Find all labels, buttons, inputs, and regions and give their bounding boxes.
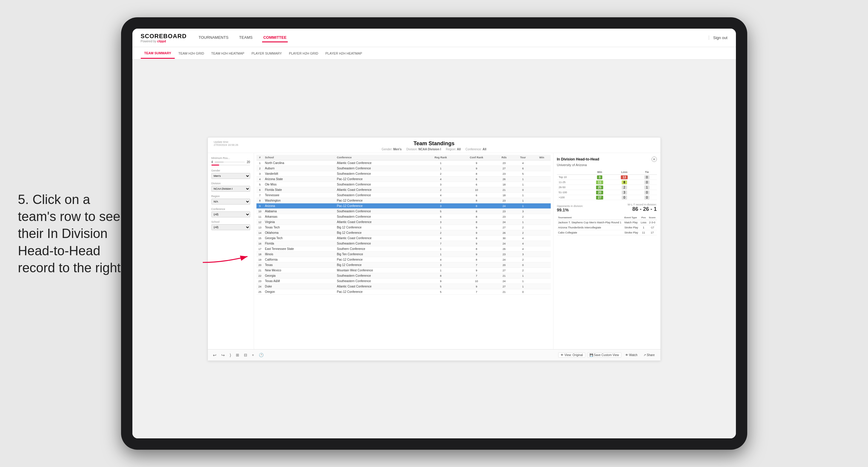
filter-region-label: Region [211,195,250,198]
copy-btn[interactable]: ⊞ [235,352,241,358]
filter-gender: Gender Men's [211,169,250,179]
h2h-team-name: University of Arizona [557,163,657,167]
table-row[interactable]: 6 Florida State Atlantic Coast Conferenc… [256,187,551,193]
region-select[interactable]: N/A [211,198,250,205]
wl-record: 86 - 26 - 1 [628,206,657,212]
table-header-row: # School Conference Reg Rank Conf Rank R… [256,155,551,160]
table-row[interactable]: 10 Alabama Southeastern Conference 5 8 2… [256,209,551,214]
update-time-section: Update time: 27/03/2024 16:56:26 [214,141,250,147]
tablet-screen: SCOREBOARD Powered by clippd TOURNAMENTS… [132,29,736,438]
table-row[interactable]: 8 Washington Pac-12 Conference 2 8 23 1 [256,198,551,204]
division-select[interactable]: NCAA Division I [211,186,250,192]
h2h-table: Win Loss Tie Top 10 3 [557,170,657,200]
subnav-player-h2h-grid[interactable]: PLAYER H2H GRID [285,49,322,58]
save-custom-btn[interactable]: 💾 Save Custom View [587,352,621,357]
standings-table: # School Conference Reg Rank Conf Rank R… [256,155,551,294]
table-row[interactable]: 14 Oklahoma Big 12 Conference 2 9 26 2 [256,230,551,236]
clock-btn[interactable]: 🕐 [257,352,265,358]
school-select[interactable]: (All) [211,224,250,230]
panel-header: Update time: 27/03/2024 16:56:26 Team St… [208,137,660,153]
arrow-indicator [200,248,253,266]
h2h-title: In Division Head-to-Head [557,157,599,161]
table-row[interactable]: 23 Texas A&M Southeastern Conference 9 1… [256,279,551,284]
share-btn[interactable]: ↗ Share [641,353,657,357]
tournament-row: Jackson T. Stephens Cup Men's Match-Play… [557,220,657,225]
update-time-label: Update time: [214,141,250,144]
filter-min-rounds-label: Minimum Rou... [211,157,250,160]
tournament-table: Tournament Event Type Pos Score Jackson … [557,215,657,235]
filter-region: Region N/A [211,195,250,205]
table-row[interactable]: 12 Virginia Atlantic Coast Conference 3 … [256,219,551,225]
opponents-stats: Opponents in division: 99.1% W-L-T recor… [557,203,657,212]
min-rounds-value: 4 [211,160,213,164]
nav-committee[interactable]: COMMITTEE [262,33,288,42]
table-row[interactable]: 2 Auburn Southeastern Conference 1 9 27 … [256,166,551,171]
h2h-row-26-50: 26-50 25 2 1 [557,185,657,190]
paste-btn[interactable]: ⊟ [242,352,249,358]
filter-gender-label: Gender [211,169,250,172]
table-row[interactable]: 24 Duke Atlantic Coast Conference 5 9 27… [256,284,551,289]
subnav-player-h2h-heatmap[interactable]: PLAYER H2H HEATMAP [322,49,366,58]
h2h-row-51-100: 51-100 20 3 0 [557,190,657,195]
add-btn[interactable]: + [250,352,256,358]
table-row[interactable]: 13 Texas Tech Big 12 Conference 1 9 27 2 [256,225,551,230]
tournament-row: Cabo Collegiate Stroke Play 11 17 [557,230,657,235]
table-row[interactable]: 5 Ole Miss Southeastern Conference 3 6 1… [256,182,551,187]
gender-select[interactable]: Men's [211,173,250,179]
conference-select[interactable]: (All) [211,212,250,217]
table-row[interactable]: 1 North Carolina Atlantic Coast Conferen… [256,160,551,166]
update-time-value: 27/03/2024 16:56:26 [214,144,250,147]
redo-btn[interactable]: ↪ [220,352,226,358]
panel-title: Team Standings [382,141,486,147]
dashboard-panel: Update time: 27/03/2024 16:56:26 Team St… [208,137,661,361]
tournament-row: Arizona Thunderbirds Intercollegiate Str… [557,225,657,230]
filter-min-rounds: Minimum Rou... 4 20 [211,157,250,165]
table-row[interactable]: 4 Arizona State Pac-12 Conference 4 6 26… [256,177,551,182]
undo-btn[interactable]: ↩ [211,352,218,358]
subnav-player-summary[interactable]: PLAYER SUMMARY [248,49,285,58]
main-content: Update time: 27/03/2024 16:56:26 Team St… [132,60,736,438]
table-row[interactable]: 17 East Tennessee State Southern Confere… [256,246,551,252]
logo-text: SCOREBOARD [141,33,187,40]
wl-label: W-L-T record in-division: [628,203,657,206]
filter-school: School (All) [211,220,250,230]
subnav-team-summary[interactable]: TEAM SUMMARY [141,48,175,59]
table-row[interactable]: 18 Illinois Big Ten Conference 1 9 23 3 [256,252,551,257]
table-row[interactable]: 7 Tennessee Southeastern Conference 4 6 … [256,193,551,198]
panel-title-section: Team Standings Gender: Men's Division: N… [382,141,486,151]
opponents-label: Opponents in division: [557,205,584,208]
bottom-toolbar: ↩ ↪ ⟩ ⊞ ⊟ + 🕐 👁 View: Original � [208,349,660,361]
subnav-team-h2h-grid[interactable]: TEAM H2H GRID [175,49,208,58]
table-row[interactable]: 15 Georgia Tech Atlantic Coast Conferenc… [256,236,551,241]
filter-school-label: School [211,220,250,223]
table-row[interactable]: 20 Texas Big 12 Conference 3 7 20 0 [256,262,551,268]
close-button[interactable]: ✕ [652,157,657,162]
tablet-frame: SCOREBOARD Powered by clippd TOURNAMENTS… [121,17,747,450]
filter-conference: Conference (All) [211,208,250,217]
table-row[interactable]: 9 Arizona Pac-12 Conference 3 8 24 1 [256,204,551,209]
nav-teams[interactable]: TEAMS [238,33,254,42]
table-row[interactable]: 11 Arkansas Southeastern Conference 6 8 … [256,214,551,219]
h2h-header: In Division Head-to-Head ✕ [557,157,657,162]
h2h-row-top10: Top 10 3 13 0 [557,175,657,180]
table-row[interactable]: 3 Vanderbilt Southeastern Conference 2 8… [256,171,551,177]
logo: SCOREBOARD Powered by clippd [141,33,187,43]
logo-subtext: Powered by clippd [141,40,187,43]
filter-division-label: Division [211,182,250,185]
subnav-team-h2h-heatmap[interactable]: TEAM H2H HEATMAP [208,49,248,58]
table-row[interactable]: 25 Oregon Pac-12 Conference 5 7 21 0 [256,289,551,294]
table-row[interactable]: 19 California Pac-12 Conference 4 8 24 2 [256,257,551,262]
table-row[interactable]: 16 Florida Southeastern Conference 7 9 2… [256,241,551,246]
forward-btn[interactable]: ⟩ [228,352,232,358]
view-original-btn[interactable]: 👁 View: Original [558,352,585,357]
min-rounds-max: 20 [247,160,250,164]
h2h-row-11-25: 11-25 11 8 0 [557,180,657,185]
watch-btn[interactable]: 👁 Watch [623,353,640,357]
sign-out[interactable]: Sign out [709,35,727,40]
nav-tournaments[interactable]: TOURNAMENTS [197,33,229,42]
panel-subtitle: Gender: Men's Division: NCAA Division I … [382,148,486,151]
table-row[interactable]: 21 New Mexico Mountain West Conference 1… [256,268,551,273]
filter-conference-label: Conference [211,208,250,211]
sub-nav: TEAM SUMMARY TEAM H2H GRID TEAM H2H HEAT… [132,47,736,60]
table-row[interactable]: 22 Georgia Southeastern Conference 8 7 2… [256,273,551,279]
